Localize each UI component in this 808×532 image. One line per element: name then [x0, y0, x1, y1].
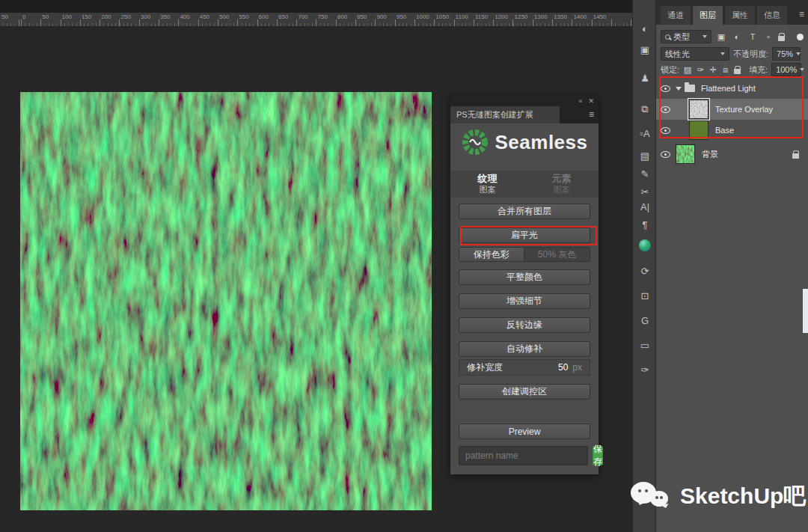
locked-layer-icon	[792, 153, 799, 159]
ruler-tick-label: 500	[219, 13, 229, 20]
swap-objects-icon[interactable]: ⧉	[633, 100, 657, 118]
lock-pixels-icon[interactable]: ✑	[696, 65, 705, 75]
logo-wordmark: Seamless	[495, 131, 588, 154]
watermark-text: SketchUp吧	[680, 481, 806, 512]
plugin-mode-tabs: 纹理 图案 元素 图案	[450, 171, 599, 198]
plugin-panel-titlebar: « ✕	[450, 96, 599, 106]
adjustment-layer-filter-icon[interactable]: ◐	[731, 32, 743, 41]
collapse-panel-icon[interactable]: «	[578, 98, 582, 105]
ruler-tick-label: 1150	[475, 13, 488, 20]
ruler-tick-label: 600	[259, 13, 269, 20]
save-button[interactable]: 保存	[593, 446, 603, 465]
search-icon	[665, 34, 670, 40]
ruler-tick-label: 150	[82, 13, 91, 20]
ruler-tick-label: 1300	[534, 13, 548, 20]
ruler-tick-label: 1250	[515, 13, 528, 20]
ruler-tick-label: 1050	[435, 13, 449, 20]
smart-object-filter-icon[interactable]	[778, 36, 785, 41]
ruler-tick-label: 700	[298, 13, 307, 20]
fill-label: 填充:	[749, 64, 768, 76]
layer-thumbnail[interactable]	[676, 144, 695, 164]
tab-channels[interactable]: 通道	[661, 6, 691, 25]
notes-icon[interactable]: ✎	[633, 165, 657, 183]
plugin-panel-menu-icon[interactable]: ≡	[589, 109, 594, 120]
tab-info[interactable]: 信息	[757, 6, 788, 25]
ruler-tick-label: 450	[200, 13, 209, 20]
enhance-detail-button[interactable]: 增强细节	[459, 293, 590, 309]
tab-properties[interactable]: 属性	[725, 6, 756, 25]
paragraph-icon[interactable]: ¶	[633, 215, 657, 233]
fill-field[interactable]: 100%	[771, 63, 801, 76]
properties-icon[interactable]: ▤	[633, 147, 657, 165]
visibility-toggle[interactable]	[656, 151, 674, 158]
glyphs-icon[interactable]: ▫A	[633, 124, 657, 142]
character-icon[interactable]: A|	[633, 198, 657, 215]
layer-comps-icon[interactable]: ⊡	[633, 287, 657, 305]
type-layer-filter-icon[interactable]: T	[747, 32, 759, 41]
auto-patch-button[interactable]: 自动修补	[459, 341, 590, 357]
patch-width-row: 修补宽度 50 px	[459, 359, 590, 376]
shape-layer-filter-icon[interactable]: ▫	[762, 32, 774, 41]
pattern-name-input[interactable]	[459, 446, 588, 465]
plugin-logo: Seamless	[450, 129, 599, 156]
adjustments-icon[interactable]: ◐	[633, 19, 657, 37]
clone-source-icon[interactable]: ♟	[633, 69, 657, 87]
plugin-panel-tab[interactable]: PS无缝图案创建扩展	[450, 106, 560, 123]
collapsed-panels-strip: ◐▣♟⧉▫A▤✎✂A|¶⟳⊡G▭✑	[632, 0, 656, 532]
lock-row: 锁定: ▨ ✑ ✛ ⧈ 填充: 100%	[656, 63, 808, 76]
keep-color-row: 保持色彩 50% 灰色	[459, 247, 590, 262]
ruler-tick-label: 1450	[593, 13, 607, 20]
tab-texture-pattern[interactable]: 纹理 图案	[450, 171, 524, 198]
generator-icon[interactable]: G	[633, 311, 657, 329]
opacity-field[interactable]: 75%	[772, 47, 801, 61]
filter-kind-select[interactable]: 类型	[661, 30, 711, 43]
opacity-label: 不透明度:	[733, 49, 768, 60]
close-panel-icon[interactable]: ✕	[588, 98, 594, 105]
grass-texture-image[interactable]	[20, 92, 432, 510]
layer-row-background[interactable]: 背景	[656, 144, 808, 165]
ruler-tick-label: 1100	[456, 13, 468, 20]
plugin-panel-tab-row: PS无缝图案创建扩展 ≡	[450, 106, 599, 123]
keep-color-button[interactable]: 保持色彩	[459, 247, 524, 262]
sync-icon[interactable]: ⟳	[633, 262, 657, 280]
save-row: 保存	[459, 446, 590, 465]
seamless-plugin-icon[interactable]	[633, 236, 657, 254]
ruler-tick-label: 250	[121, 13, 131, 20]
ruler-tick-label: 50	[42, 13, 49, 20]
ruler-tick-label: 400	[180, 13, 189, 20]
patch-width-label: 修补宽度	[467, 361, 503, 374]
horizontal-ruler[interactable]: 5005010015020025030035040045050055060065…	[0, 13, 632, 27]
create-adjust-zone-button[interactable]: 创建调控区	[459, 384, 590, 400]
invert-edges-button[interactable]: 反转边缘	[459, 317, 590, 333]
ruler-tick-label: 300	[141, 13, 150, 20]
lock-all-icon[interactable]	[734, 69, 741, 74]
annotation-layer-group	[659, 76, 804, 138]
lock-transparency-icon[interactable]: ▨	[683, 65, 692, 75]
ruler-tick-label: 350	[160, 13, 170, 20]
panel-menu-icon[interactable]: ≡	[799, 9, 804, 19]
ruler-tick-label: 800	[337, 13, 347, 20]
eye-icon	[661, 151, 670, 158]
timeline-icon[interactable]: ▭	[633, 336, 657, 354]
ruler-tick-label: 750	[318, 13, 328, 20]
lock-artboard-icon[interactable]: ⧈	[721, 65, 730, 75]
filter-toggle-icon[interactable]	[797, 34, 804, 40]
ruler-tick-label: 100	[62, 13, 72, 20]
tab-layers[interactable]: 图层	[693, 6, 723, 25]
blend-mode-select[interactable]: 线性光	[661, 47, 729, 61]
pixel-layer-filter-icon[interactable]: ▣	[715, 32, 727, 42]
flatten-color-button[interactable]: 平整颜色	[459, 269, 590, 285]
styles-icon[interactable]: ▣	[633, 40, 657, 58]
ruler-tick-label: 650	[278, 13, 288, 20]
preview-button[interactable]: Preview	[459, 424, 590, 439]
gray-50-button[interactable]: 50% 灰色	[524, 247, 590, 262]
lock-position-icon[interactable]: ✛	[708, 65, 717, 75]
wechat-icon	[631, 479, 673, 513]
ruler-tick-label: 1200	[495, 13, 508, 20]
patch-width-value[interactable]: 50	[558, 362, 568, 373]
merge-all-layers-button[interactable]: 合并所有图层	[459, 204, 590, 219]
tab-element-pattern[interactable]: 元素 图案	[524, 171, 599, 198]
brush-settings-icon[interactable]: ✑	[633, 361, 657, 379]
seamless-logo-icon	[462, 129, 489, 156]
seamless-plugin-panel: « ✕ PS无缝图案创建扩展 ≡ Seamless 纹理 图案 元素 图案 合并…	[450, 96, 599, 474]
